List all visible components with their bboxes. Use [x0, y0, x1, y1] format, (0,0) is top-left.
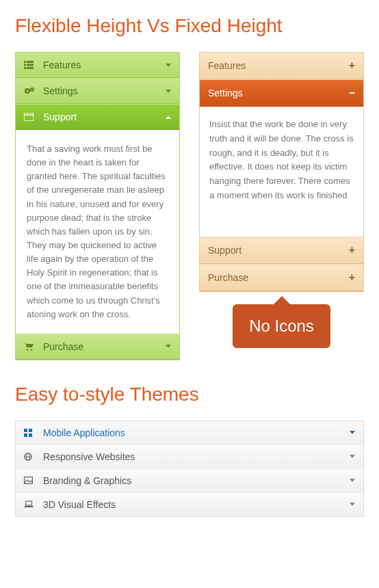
accordion-item-label: Mobile Applications [43, 427, 125, 438]
accordion-body-settings[interactable]: Insist that the work be done in very tru… [200, 107, 363, 237]
grid-icon [24, 429, 36, 437]
svg-rect-14 [24, 429, 27, 432]
svg-rect-21 [25, 477, 33, 484]
svg-point-13 [31, 349, 33, 351]
chevron-down-icon [166, 64, 171, 67]
chevron-down-icon [350, 479, 355, 482]
accordion-item-purchase[interactable]: Purchase + [200, 264, 363, 291]
svg-rect-4 [24, 67, 26, 69]
plus-icon: + [349, 59, 355, 72]
svg-rect-10 [24, 113, 34, 121]
accordion-item-features[interactable]: Features [16, 53, 179, 78]
accordion-item-label: Purchase [208, 272, 248, 283]
accordion-item-features[interactable]: Features + [200, 53, 363, 79]
chevron-down-icon [350, 431, 355, 434]
accordion-item-mobile[interactable]: Mobile Applications [16, 421, 363, 444]
accordion-item-support[interactable]: Support + [200, 237, 363, 264]
svg-rect-0 [24, 61, 26, 63]
minus-icon: − [349, 87, 355, 99]
svg-rect-23 [25, 506, 34, 507]
plus-icon: + [349, 244, 355, 256]
window-icon [24, 113, 36, 121]
cart-icon [24, 343, 36, 351]
gears-icon [24, 87, 36, 95]
svg-rect-15 [29, 429, 32, 432]
plus-icon: + [349, 271, 355, 284]
accordion-item-3d[interactable]: 3D Visual Effects [16, 492, 363, 516]
svg-rect-3 [27, 64, 34, 66]
accordion-item-label: Settings [208, 88, 243, 98]
page-title: Flexible Height Vs Fixed Height [15, 15, 364, 37]
accordion-item-purchase[interactable]: Purchase [16, 334, 179, 360]
chevron-up-icon [166, 116, 171, 119]
svg-rect-1 [27, 61, 34, 63]
image-icon [24, 477, 36, 484]
section-title: Easy to-style Themes [15, 384, 364, 405]
laptop-icon [24, 500, 36, 508]
accordion-item-label: 3D Visual Effects [43, 499, 116, 510]
svg-rect-2 [24, 64, 26, 66]
accordion-item-settings[interactable]: Settings [16, 78, 179, 104]
chevron-down-icon [166, 345, 171, 348]
accordion-item-label: Support [43, 111, 77, 122]
chevron-down-icon [166, 90, 171, 93]
accordion-item-label: Purchase [43, 341, 83, 352]
svg-point-9 [31, 89, 33, 90]
accordion-themes: Mobile Applications Responsive Websites … [15, 420, 364, 517]
accordion-item-label: Support [208, 245, 241, 256]
accordion-item-label: Features [43, 59, 81, 70]
accordion-item-label: Responsive Websites [43, 451, 135, 462]
accordion-item-support[interactable]: Support [16, 104, 179, 130]
svg-point-8 [27, 90, 29, 92]
accordion-item-branding[interactable]: Branding & Graphics [16, 468, 363, 492]
accordion-item-settings[interactable]: Settings − [200, 79, 363, 107]
accordion-item-label: Settings [43, 85, 78, 96]
accordion-item-label: Features [208, 60, 246, 71]
chevron-down-icon [350, 503, 355, 506]
chevron-down-icon [350, 455, 355, 458]
no-icons-badge: No Icons [233, 304, 330, 348]
svg-rect-22 [26, 501, 32, 505]
accordion-item-label: Branding & Graphics [43, 475, 131, 486]
svg-rect-5 [27, 67, 34, 69]
accordion-body-support: That a saving work must first be done in… [16, 130, 179, 334]
accordion-item-responsive[interactable]: Responsive Websites [16, 444, 363, 468]
svg-rect-17 [29, 433, 32, 437]
accordion-flexible: Features Settings Support [15, 52, 180, 360]
svg-point-12 [27, 349, 29, 351]
svg-rect-16 [24, 433, 27, 437]
globe-icon [24, 453, 36, 461]
accordion-fixed: Features + Settings − Insist that the wo… [199, 52, 364, 292]
list-icon [24, 61, 36, 69]
